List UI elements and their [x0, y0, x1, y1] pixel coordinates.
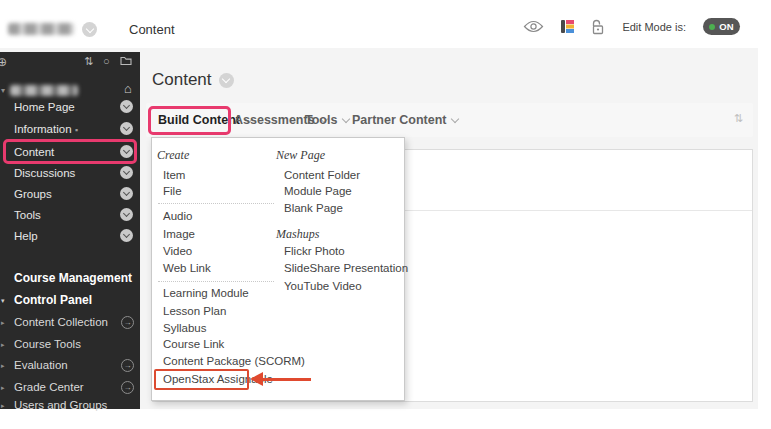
tri-right-icon[interactable]: ▸ — [1, 341, 5, 349]
sidebar-item-users-and-groups[interactable]: Users and Groups — [14, 395, 134, 415]
page-title-chevron-icon[interactable] — [219, 73, 234, 88]
sort-icon[interactable]: ⇅ — [734, 112, 743, 125]
breadcrumb: Content — [129, 22, 175, 37]
tri-right-icon[interactable]: ▸ — [1, 384, 5, 392]
unlocked-padlock-icon[interactable] — [591, 19, 605, 35]
page-title: Content — [152, 70, 212, 90]
sidebar-item-course-tools[interactable]: Course Tools — [14, 334, 134, 354]
top-header: Content Edit Mode is: ON — [0, 0, 758, 48]
sidebar-item-evaluation[interactable]: Evaluation → — [14, 355, 134, 375]
menu-item-content-folder[interactable]: Content Folder — [284, 167, 360, 183]
menu-item-file[interactable]: File — [163, 183, 182, 199]
course-menu-sidebar: ⊕ ⇅ ○ ▾ ⌂ Home Page Information ▪ Conten… — [0, 52, 140, 409]
sidebar-item-help[interactable]: Help — [14, 225, 133, 246]
menu-item-web-link[interactable]: Web Link — [163, 260, 211, 276]
menu-item-module-page[interactable]: Module Page — [284, 183, 352, 199]
refresh-menu-icon[interactable]: ○ — [103, 56, 110, 67]
theme-palette-icon[interactable] — [561, 20, 574, 33]
action-bar: Build Content Assessments Tools Partner … — [146, 103, 753, 137]
tri-right-icon[interactable]: ▸ — [1, 362, 5, 370]
tri-right-icon[interactable]: ▸ — [1, 319, 5, 327]
chevron-down-icon — [342, 115, 350, 123]
sidebar-item-groups[interactable]: Groups — [14, 183, 133, 204]
tools-button[interactable]: Tools — [305, 103, 349, 137]
tri-right-icon[interactable]: ▸ — [1, 402, 5, 410]
red-arrow-tail — [262, 378, 311, 382]
menu-item-lesson-plan[interactable]: Lesson Plan — [163, 303, 226, 319]
menu-item-video[interactable]: Video — [163, 243, 192, 259]
chevron-down-icon[interactable] — [120, 100, 133, 113]
header-controls: Edit Mode is: ON — [523, 18, 740, 35]
sidebar-item-information[interactable]: Information ▪ — [14, 118, 133, 139]
chevron-down-icon[interactable] — [120, 145, 133, 158]
build-content-dropdown: Create Item File Audio Image Video Web L… — [151, 137, 405, 401]
chevron-down-icon[interactable] — [120, 208, 133, 221]
menu-item-course-link[interactable]: Course Link — [163, 336, 224, 352]
edit-mode-label: Edit Mode is: — [622, 21, 686, 33]
edit-mode-toggle[interactable]: ON — [703, 18, 740, 35]
sidebar-item-home-page[interactable]: Home Page — [14, 96, 133, 117]
menu-item-image[interactable]: Image — [163, 226, 195, 242]
chevron-down-icon[interactable] — [120, 187, 133, 200]
create-section-header: Create — [157, 147, 189, 163]
redacted-course-name — [8, 23, 74, 35]
sidebar-item-content-collection[interactable]: Content Collection → — [14, 312, 134, 332]
collapse-section-icon[interactable]: ▾ — [1, 87, 5, 95]
menu-divider — [158, 281, 274, 282]
menu-item-youtube-video[interactable]: YouTube Video — [284, 278, 362, 294]
openstax-highlight-box — [154, 369, 249, 390]
menu-item-slideshare-presentation[interactable]: SlideShare Presentation — [284, 260, 408, 276]
course-management-header: Course Management — [14, 268, 134, 288]
page-title-row: Content — [152, 70, 234, 90]
build-content-highlight-box — [148, 106, 231, 135]
reorder-menu-icon[interactable]: ⇅ — [84, 56, 93, 67]
redacted-course-name — [10, 85, 78, 96]
menu-item-flickr-photo[interactable]: Flickr Photo — [284, 243, 345, 259]
edit-mode-on-dot — [709, 24, 715, 30]
menu-item-audio[interactable]: Audio — [163, 208, 192, 224]
menu-item-item[interactable]: Item — [163, 167, 185, 183]
home-icon[interactable]: ⌂ — [124, 82, 132, 95]
folder-view-icon[interactable] — [120, 55, 132, 68]
chevron-down-icon — [451, 115, 459, 123]
sidebar-item-discussions[interactable]: Discussions — [14, 162, 133, 183]
expand-course-menu-icon[interactable]: ⊕ — [0, 56, 7, 68]
tri-down-icon[interactable]: ▾ — [1, 297, 5, 305]
hidden-from-students-icon: ▪ — [75, 125, 78, 135]
menu-item-syllabus[interactable]: Syllabus — [163, 320, 206, 336]
student-preview-eye-icon[interactable] — [523, 20, 544, 33]
new-page-section-header: New Page — [276, 147, 325, 163]
blackboard-content-page: Content Edit Mode is: ON ⊕ ⇅ ○ — [0, 0, 771, 429]
menu-divider — [158, 203, 274, 204]
open-in-new-icon[interactable]: → — [121, 381, 134, 394]
sidebar-item-tools[interactable]: Tools — [14, 204, 133, 225]
edit-mode-state: ON — [719, 21, 734, 32]
chevron-down-icon[interactable] — [120, 166, 133, 179]
open-in-new-icon[interactable]: → — [121, 359, 134, 372]
mashups-section-header: Mashups — [276, 226, 319, 242]
course-menu-chevron-icon[interactable] — [82, 22, 97, 37]
menu-item-content-package-scorm[interactable]: Content Package (SCORM) — [163, 353, 305, 369]
chevron-down-icon[interactable] — [120, 229, 133, 242]
menu-item-learning-module[interactable]: Learning Module — [163, 285, 249, 301]
chevron-down-icon[interactable] — [120, 122, 133, 135]
sidebar-item-content[interactable]: Content — [14, 141, 133, 162]
sidebar-item-grade-center[interactable]: Grade Center → — [14, 377, 134, 397]
sidebar-item-control-panel[interactable]: Control Panel — [14, 290, 134, 310]
partner-content-button[interactable]: Partner Content — [352, 103, 458, 137]
menu-item-blank-page[interactable]: Blank Page — [284, 200, 343, 216]
open-in-new-icon[interactable]: → — [121, 316, 134, 329]
